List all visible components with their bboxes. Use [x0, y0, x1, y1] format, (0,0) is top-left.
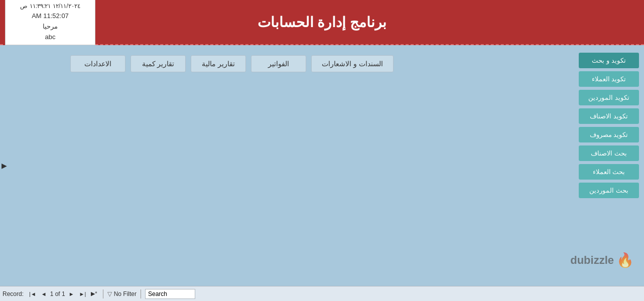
status-divider-2: [141, 289, 141, 298]
financial-reports-btn[interactable]: تقارير مالية: [191, 55, 246, 72]
search-suppliers-btn[interactable]: بحث الموردين: [579, 183, 639, 198]
record-navigation: |◄ ◄ 1 of 1 ► ►| ▶*: [28, 290, 99, 297]
watermark: 🔥 dubizzle: [570, 252, 634, 268]
no-filter-label: No Filter: [114, 290, 137, 297]
settings-btn[interactable]: الاعدادات: [70, 55, 125, 72]
new-record-btn[interactable]: ▶*: [89, 290, 98, 297]
time-display: 11:52:07 AM: [11, 11, 90, 22]
app-title: برنامج إدارة الحسابات: [95, 14, 549, 31]
search-customers-btn[interactable]: بحث العملاء: [579, 164, 639, 180]
filter-indicator: ▽ No Filter: [107, 290, 137, 297]
first-record-btn[interactable]: |◄: [28, 290, 38, 297]
code-expenses-btn[interactable]: تكويد مصروف: [579, 127, 639, 142]
main-content: ▶ الاعدادات تقارير كمية تقارير مالية الف…: [0, 45, 644, 286]
welcome-text: مرحيا: [11, 22, 90, 32]
coding-search-btn[interactable]: تكويد و بحث: [579, 53, 639, 68]
nav-buttons-row: الاعدادات تقارير كمية تقارير مالية الفوا…: [70, 55, 644, 72]
search-input[interactable]: [145, 289, 195, 299]
documents-btn[interactable]: السندات و الاشعارات: [311, 55, 394, 72]
user-display: abc: [11, 32, 90, 43]
header-info-panel: ١٢/١١/٢٠٢٤ ١١:٣٩:٢١ ص 11:52:07 AM مرحيا …: [5, 0, 95, 45]
right-panel: تكويد و بحث تكويد العملاء تكويد الموردين…: [579, 53, 639, 198]
prev-record-btn[interactable]: ◄: [40, 290, 48, 297]
flame-icon: 🔥: [616, 252, 634, 268]
last-record-btn[interactable]: ►|: [78, 290, 88, 297]
quantity-reports-btn[interactable]: تقارير كمية: [131, 55, 186, 72]
brand-name: dubizzle: [570, 254, 614, 267]
header: برنامج إدارة الحسابات ١٢/١١/٢٠٢٤ ١١:٣٩:٢…: [0, 0, 644, 45]
code-suppliers-btn[interactable]: تكويد الموردين: [579, 90, 639, 105]
code-items-btn[interactable]: تكويد الاصناف: [579, 108, 639, 124]
invoices-btn[interactable]: الفواتير: [251, 55, 306, 72]
status-bar: Record: |◄ ◄ 1 of 1 ► ►| ▶* ▽ No Filter: [0, 286, 644, 301]
funnel-icon: ▽: [107, 290, 112, 297]
record-count: 1 of 1: [50, 290, 65, 297]
record-label: Record:: [3, 290, 24, 297]
left-arrow-indicator: ▶: [0, 161, 9, 171]
search-items-btn[interactable]: بحث الاصناف: [579, 145, 639, 161]
status-divider-1: [103, 289, 103, 298]
code-customers-btn[interactable]: تكويد العملاء: [579, 71, 639, 87]
next-record-btn[interactable]: ►: [67, 290, 76, 297]
date-display: ١٢/١١/٢٠٢٤ ١١:٣٩:٢١ ص: [11, 2, 90, 11]
